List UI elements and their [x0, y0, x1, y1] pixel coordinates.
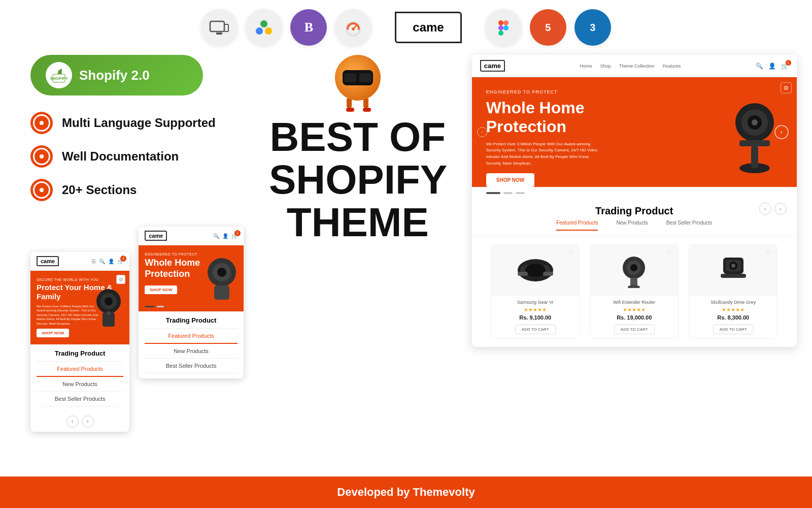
cart-icon-med: 🛒2	[231, 233, 238, 239]
footer-text: Developed by Themevolty	[337, 486, 475, 498]
lm-section-title: Trading Product	[595, 198, 673, 220]
lm-shop-btn[interactable]: SHOP NOW	[486, 173, 534, 187]
svg-point-18	[105, 297, 113, 305]
nav-shop[interactable]: Shop	[600, 64, 611, 69]
lm-nav-links: Home Shop Theme Collection Features	[580, 64, 681, 69]
svg-point-3	[256, 27, 263, 35]
user-icon-small: 👤	[108, 259, 114, 264]
left-lens	[344, 73, 356, 82]
product-stars-3: ★★★★★	[693, 307, 773, 312]
content-area: SHOPIFY Shopify 2.0 Multi Language Suppo…	[0, 55, 812, 432]
svg-rect-20	[107, 311, 111, 314]
product-price-1: Rs. 9,100.00	[495, 314, 575, 321]
lm-hero-text: ENGINEERED TO PROTECT Whole HomeProtecti…	[486, 89, 712, 187]
lm-arrow-right[interactable]: ›	[774, 125, 789, 139]
gear-icon-small: ⚙	[116, 275, 125, 284]
product-img-2: ♡	[590, 245, 678, 296]
shopify-badge: SHOPIFY Shopify 2.0	[30, 55, 203, 96]
preview-small-card: came ☰ 🔍 👤 🛒2 SECURE THE WORLD WITH	[30, 252, 129, 432]
wishlist-icon-2[interactable]: ♡	[666, 249, 673, 257]
pcard-small-shop-btn[interactable]: SHOP NOW	[37, 329, 69, 337]
svg-rect-31	[751, 146, 758, 168]
mascot	[330, 55, 386, 116]
svg-text:SHOPIFY: SHOPIFY	[50, 76, 68, 81]
css3-icon: 3	[574, 9, 611, 46]
features-list: Multi Language Supported Well Documentat…	[30, 112, 244, 201]
lm-arrow-left[interactable]: ‹	[477, 127, 487, 137]
right-lens	[359, 73, 371, 82]
svg-rect-2	[216, 33, 222, 35]
next-arrow-small[interactable]: ›	[82, 416, 94, 428]
product-price-2: Rs. 19,000.00	[594, 314, 674, 321]
svg-point-45	[731, 264, 735, 268]
wishlist-icon-1[interactable]: ♡	[567, 249, 574, 257]
lm-logo: came	[480, 60, 505, 72]
pcard-small-hero: SECURE THE WORLD WITH YOU Protect Your H…	[30, 271, 129, 344]
svg-rect-36	[543, 272, 553, 276]
nav-theme-collection[interactable]: Theme Collection	[619, 64, 655, 69]
came-logo-center: came	[395, 12, 461, 43]
pcard-medium-tab-featured[interactable]: Featured Products	[145, 329, 238, 344]
prev-arrow-small[interactable]: ‹	[66, 416, 79, 428]
pcard-small-hero-label: SECURE THE WORLD WITH YOU	[37, 278, 123, 281]
pcard-small-tabs: Featured Products New Products Best Sell…	[37, 361, 123, 406]
svg-rect-35	[518, 272, 528, 276]
product-info-1: Samsung Gear Vr ★★★★★ Rs. 9,100.00 ADD T…	[491, 296, 579, 338]
product-price-3: Rs. 8,300.00	[693, 314, 773, 321]
speed-icon	[335, 9, 371, 46]
pcard-tab-bestseller[interactable]: Best Seller Products	[37, 392, 123, 406]
pcard-medium-camera	[203, 255, 241, 302]
search-icon-med: 🔍	[213, 233, 219, 239]
pcard-medium-hero: ENGINEERED TO PROTECT Whole Home Protect…	[139, 245, 244, 311]
lm-cart-icon[interactable]: 🛒2	[781, 62, 789, 70]
lm-next-arrow[interactable]: ›	[774, 203, 787, 215]
add-to-cart-1[interactable]: ADD TO CART	[515, 325, 556, 334]
pcard-tab-new[interactable]: New Products	[37, 377, 123, 392]
center-column: BEST OF SHOPIFY THEME	[269, 55, 447, 244]
svg-rect-46	[721, 274, 746, 278]
lm-tab-featured[interactable]: Featured Products	[556, 220, 598, 231]
mascot-glasses	[343, 70, 373, 85]
svg-point-34	[525, 264, 546, 277]
lm-nav-icons: 🔍 👤 🛒2	[756, 62, 789, 70]
feature-text-2: Well Documentation	[62, 149, 179, 164]
svg-rect-11	[498, 25, 503, 30]
lm-tab-new[interactable]: New Products	[616, 220, 648, 231]
lm-prev-arrow[interactable]: ‹	[759, 203, 771, 215]
wishlist-icon-3[interactable]: ♡	[765, 249, 772, 257]
svg-rect-0	[210, 21, 224, 31]
product-card-3: ♡ Skullcandy Dime Grey ★★★★★	[689, 244, 777, 339]
feature-icon-2	[30, 145, 53, 168]
lm-hero: ENGINEERED TO PROTECT Whole HomeProtecti…	[472, 77, 797, 187]
svg-rect-19	[103, 312, 115, 327]
pcard-small-logo: came	[37, 256, 59, 266]
lm-tab-bestseller[interactable]: Best Seller Products	[666, 220, 713, 231]
feature-text-1: Multi Language Supported	[62, 116, 216, 130]
pcard-medium-shop-btn[interactable]: SHOP NOW	[145, 285, 177, 294]
add-to-cart-3[interactable]: ADD TO CART	[713, 325, 754, 334]
nav-home[interactable]: Home	[580, 64, 592, 69]
pcard-medium-tab-new[interactable]: New Products	[145, 344, 238, 359]
pcard-medium-logo: came	[145, 231, 167, 241]
lm-hero-title: Whole HomeProtection	[486, 99, 712, 136]
svg-point-5	[260, 20, 267, 27]
pcard-medium-logo-text: came	[149, 233, 163, 239]
product-stars-1: ★★★★★	[495, 307, 575, 312]
pcard-small-header: came ☰ 🔍 👤 🛒2	[30, 252, 129, 271]
right-column: came Home Shop Theme Collection Features…	[472, 55, 797, 347]
pcard-small-camera	[92, 286, 125, 329]
add-to-cart-2[interactable]: ADD TO CART	[614, 325, 655, 334]
nav-features[interactable]: Features	[663, 64, 681, 69]
search-icon-small: 🔍	[99, 259, 105, 264]
hamburger-icon: ☰	[91, 259, 96, 264]
pcard-medium-tab-bestseller[interactable]: Best Seller Products	[145, 359, 238, 373]
heading-line1: BEST OF	[269, 116, 447, 158]
pcard-tab-featured[interactable]: Featured Products	[37, 362, 123, 377]
pcard-medium-tabs: Featured Products New Products Best Sell…	[145, 328, 238, 373]
lm-search-icon[interactable]: 🔍	[756, 62, 763, 70]
lm-products: ♡ Samsung Gear Vr ★★★★★	[472, 236, 797, 347]
google-ads-icon	[246, 9, 282, 46]
large-mockup: came Home Shop Theme Collection Features…	[472, 55, 797, 347]
lm-user-icon[interactable]: 👤	[768, 62, 776, 70]
product-name-2: Wifi Extender Router	[594, 300, 674, 305]
